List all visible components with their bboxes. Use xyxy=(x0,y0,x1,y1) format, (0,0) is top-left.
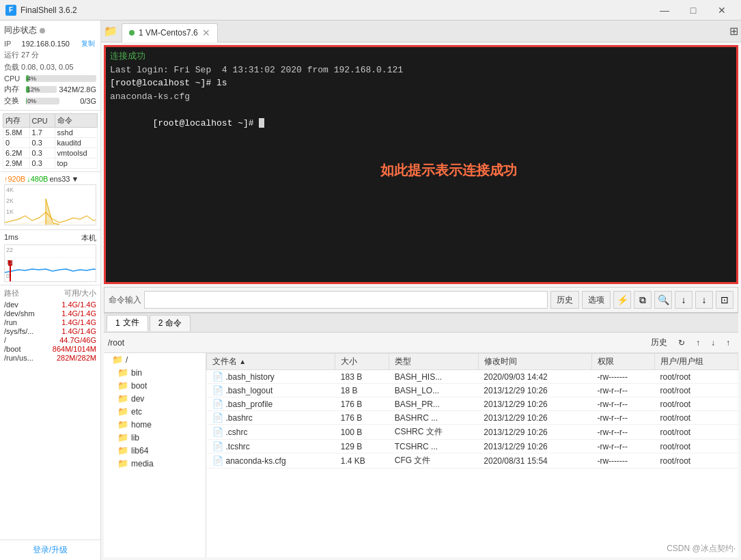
file-row[interactable]: 📄.bash_logout 18 B BASH_LO... 2013/12/29… xyxy=(207,384,738,397)
lightning-button[interactable]: ⚡ xyxy=(613,291,631,309)
disk-table: /dev1.4G/1.4G/dev/shm1.4G/1.4G/run1.4G/1… xyxy=(4,300,96,362)
net-interface: ens33 xyxy=(49,175,70,183)
swap-detail: 0/3G xyxy=(62,97,96,105)
tree-root[interactable]: 📁 / xyxy=(104,353,206,366)
mem-label: 内存 xyxy=(4,84,23,94)
proc-mem: 2.9M xyxy=(3,158,30,169)
proc-cmd-header: 命令 xyxy=(55,114,97,128)
history-button[interactable]: 历史 xyxy=(550,291,579,309)
fm-download-button[interactable]: ↓ xyxy=(707,335,719,351)
process-row: 6.2M0.3vmtoolsd xyxy=(3,148,98,158)
file-table-body: 📄.bash_history 183 B BASH_HIS... 2020/09… xyxy=(207,370,738,468)
col-filename[interactable]: 文件名 ▲ xyxy=(207,354,335,370)
terminal-cursor xyxy=(259,118,264,128)
tab-close-icon[interactable]: ✕ xyxy=(202,28,210,38)
minimize-button[interactable]: — xyxy=(651,3,678,18)
tree-lib-icon: 📁 xyxy=(117,432,128,443)
file-row[interactable]: 📄.bash_history 183 B BASH_HIS... 2020/09… xyxy=(207,370,738,384)
close-button[interactable]: ✕ xyxy=(708,3,736,18)
session-tab[interactable]: 1 VM-Centos7.6 ✕ xyxy=(122,23,218,42)
mem-bar-bg: 12% xyxy=(26,86,57,93)
scroll-down2-button[interactable]: ↓ xyxy=(695,291,713,309)
latency-header: 1ms 本机 xyxy=(4,233,96,243)
swap-percent: 0% xyxy=(27,98,36,104)
file-row[interactable]: 📄.bash_profile 176 B BASH_PR... 2013/12/… xyxy=(207,397,738,411)
options-button[interactable]: 选项 xyxy=(582,291,611,309)
search-icon-button[interactable]: 🔍 xyxy=(654,291,672,309)
main-layout: 同步状态 IP 192.168.0.150 复制 运行 27 分 负载 0.08… xyxy=(0,20,741,560)
load-row: 负载 0.08, 0.03, 0.05 xyxy=(4,62,96,72)
tree-bin-icon: 📁 xyxy=(117,367,128,378)
network-chart xyxy=(5,185,96,225)
tree-home[interactable]: 📁 home xyxy=(104,418,206,431)
fm-content: 📁 / 📁 bin 📁 boot 📁 dev xyxy=(104,353,738,557)
file-row[interactable]: 📄.tcshrc 129 B TCSHRC ... 2013/12/29 10:… xyxy=(207,440,738,453)
file-manager: 1 文件 2 命令 /root 历史 ↻ ↑ ↓ ↑ xyxy=(104,313,738,557)
file-modified: 2013/12/29 10:26 xyxy=(478,440,591,453)
scroll-down-button[interactable]: ↓ xyxy=(675,291,693,309)
file-type: BASH_LO... xyxy=(389,384,479,397)
net-dropdown-icon[interactable]: ▼ xyxy=(71,175,79,183)
fm-history-button[interactable]: 历史 xyxy=(647,335,671,351)
proc-cmd: top xyxy=(55,158,97,169)
disk-row: /boot864M/1014M xyxy=(4,345,96,353)
net-1k-label: 1K xyxy=(6,208,14,215)
file-name: 📄.tcshrc xyxy=(207,440,335,453)
tree-bin[interactable]: 📁 bin xyxy=(104,366,206,379)
col-size[interactable]: 大小 xyxy=(335,354,389,370)
left-panel: 同步状态 IP 192.168.0.150 复制 运行 27 分 负载 0.08… xyxy=(0,20,101,560)
tree-lib64[interactable]: 📁 lib64 xyxy=(104,444,206,457)
file-perms: -rw-r--r-- xyxy=(591,397,654,411)
col-perms[interactable]: 权限 xyxy=(591,354,654,370)
file-owner: root/root xyxy=(654,370,738,384)
proc-cpu: 0.3 xyxy=(29,148,55,158)
col-type[interactable]: 类型 xyxy=(389,354,479,370)
file-name: 📄.bash_profile xyxy=(207,397,335,411)
tree-media[interactable]: 📁 media xyxy=(104,457,206,470)
maximize-button[interactable]: □ xyxy=(680,3,707,18)
fm-tab-files[interactable]: 1 文件 xyxy=(107,315,148,331)
cpu-label: CPU xyxy=(4,74,23,83)
proc-mem: 0 xyxy=(3,138,30,148)
fullscreen-button[interactable]: ⊡ xyxy=(716,291,733,309)
right-area: 📁 1 VM-Centos7.6 ✕ ⊞ 连接成功 Last login: Fr… xyxy=(101,20,741,560)
file-modified: 2013/12/29 10:26 xyxy=(478,411,591,425)
fm-refresh-button[interactable]: ↻ xyxy=(674,335,689,351)
term-line-3: [root@localhost ~]# ls xyxy=(110,76,732,90)
disk-path-value: /sys/fs/... xyxy=(4,327,33,335)
file-size: 183 B xyxy=(335,370,389,384)
copy-ip-button[interactable]: 复制 xyxy=(80,39,96,48)
fm-tab-commands[interactable]: 2 命令 xyxy=(150,315,191,331)
disk-row: /44.7G/46G xyxy=(4,336,96,344)
file-icon: 📄 xyxy=(212,441,223,451)
file-row[interactable]: 📄.cshrc 100 B CSHRC 文件 2013/12/29 10:26 … xyxy=(207,425,738,440)
tree-lib[interactable]: 📁 lib xyxy=(104,431,206,444)
disk-usage-value: 1.4G/1.4G xyxy=(61,300,96,309)
file-icon: 📄 xyxy=(212,399,223,409)
login-upgrade-link[interactable]: 登录/升级 xyxy=(33,545,68,555)
tree-dev[interactable]: 📁 dev xyxy=(104,392,206,405)
disk-usage-value: 44.7G/46G xyxy=(59,336,96,344)
sync-section: 同步状态 IP 192.168.0.150 复制 运行 27 分 负载 0.08… xyxy=(0,20,100,111)
col-owner[interactable]: 用户/用户组 xyxy=(654,354,738,370)
tab-grid-icon[interactable]: ⊞ xyxy=(729,25,738,38)
file-size: 1.4 KB xyxy=(335,453,389,468)
tree-etc[interactable]: 📁 etc xyxy=(104,405,206,418)
fm-directory-tree: 📁 / 📁 bin 📁 boot 📁 dev xyxy=(104,353,206,557)
tree-boot[interactable]: 📁 boot xyxy=(104,379,206,392)
folder-icon[interactable]: 📁 xyxy=(104,25,117,38)
file-row[interactable]: 📄.bashrc 176 B BASHRC ... 2013/12/29 10:… xyxy=(207,411,738,425)
file-perms: -rw-r--r-- xyxy=(591,384,654,397)
file-owner: root/root xyxy=(654,384,738,397)
tree-root-icon: 📁 xyxy=(112,354,123,365)
copy-icon-button[interactable]: ⧉ xyxy=(634,291,652,309)
fm-up-button[interactable]: ↑ xyxy=(692,335,704,351)
network-graph: 4K 2K 1K xyxy=(4,184,96,225)
term-line-5: [root@localhost ~]# xyxy=(110,103,732,143)
command-input[interactable] xyxy=(144,291,548,309)
terminal-area[interactable]: 连接成功 Last login: Fri Sep 4 13:31:02 2020… xyxy=(104,45,738,284)
fm-upload-button[interactable]: ↑ xyxy=(722,335,734,351)
login-section: 登录/升级 xyxy=(0,540,100,560)
file-row[interactable]: 📄anaconda-ks.cfg 1.4 KB CFG 文件 2020/08/3… xyxy=(207,453,738,468)
col-modified[interactable]: 修改时间 xyxy=(478,354,591,370)
